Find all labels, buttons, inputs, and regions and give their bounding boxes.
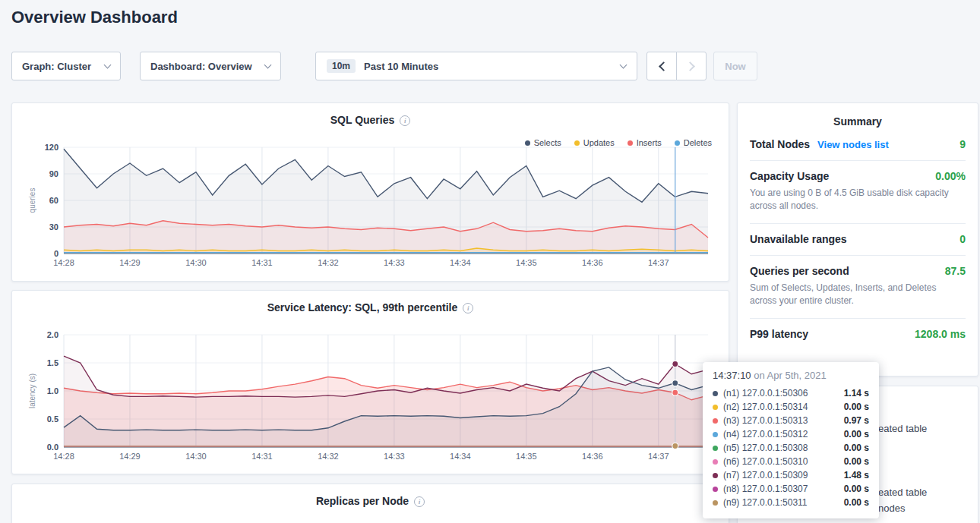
- summary-title: Summary: [738, 103, 978, 129]
- tooltip-node: (n3) 127.0.0.1:50313: [723, 415, 808, 426]
- now-button[interactable]: Now: [713, 52, 757, 80]
- tooltip-row: (n3) 127.0.0.1:503130.97 s: [713, 414, 869, 427]
- svg-text:14:32: 14:32: [318, 258, 339, 267]
- svg-text:14:36: 14:36: [582, 452, 603, 461]
- node-color-dot-icon: [713, 391, 718, 396]
- time-range-select[interactable]: 10m Past 10 Minutes: [315, 52, 637, 80]
- summary-description: You are using 0 B of 4.5 GiB usable disk…: [750, 187, 966, 213]
- node-color-dot-icon: [713, 446, 718, 451]
- svg-text:14:29: 14:29: [119, 452, 141, 461]
- tooltip-node: (n4) 127.0.0.1:50312: [723, 429, 808, 440]
- svg-text:0: 0: [54, 249, 58, 258]
- info-icon[interactable]: i: [463, 303, 473, 313]
- svg-text:60: 60: [49, 196, 58, 205]
- svg-text:90: 90: [49, 169, 58, 178]
- event-item[interactable]: eated table: [878, 487, 927, 498]
- summary-label: Queries per second: [750, 265, 849, 277]
- node-color-dot-icon: [713, 487, 718, 492]
- tooltip-rows: (n1) 127.0.0.1:503061.14 s(n2) 127.0.0.1…: [713, 386, 869, 509]
- summary-value: 0.00%: [935, 170, 966, 182]
- svg-text:14:37: 14:37: [648, 452, 669, 461]
- tooltip-value: 0.00 s: [844, 443, 869, 453]
- tooltip-time: 14:37:10: [713, 370, 751, 381]
- tooltip-value: 0.00 s: [844, 456, 869, 467]
- summary-label: Unavailable ranges: [750, 233, 847, 245]
- node-color-dot-icon: [713, 405, 718, 410]
- tooltip-value: 1.48 s: [844, 470, 869, 480]
- info-icon[interactable]: i: [414, 496, 425, 507]
- graph-dropdown[interactable]: Graph: Cluster: [11, 52, 121, 80]
- summary-row-p99-latency: P99 latency 1208.0 ms: [750, 319, 966, 350]
- svg-text:14:35: 14:35: [516, 452, 537, 461]
- chevron-right-icon: [685, 61, 695, 71]
- view-nodes-list-link[interactable]: View nodes list: [817, 139, 889, 150]
- dashboard-dropdown-label: Dashboard: Overview: [150, 61, 252, 72]
- svg-text:0.0: 0.0: [47, 443, 58, 452]
- tooltip-value: 0.00 s: [844, 429, 869, 440]
- sql-queries-chart[interactable]: 030609012014:2814:2914:3014:3114:3214:33…: [21, 141, 720, 273]
- tooltip-row: (n6) 127.0.0.1:503100.00 s: [713, 455, 869, 468]
- tooltip-value: 0.00 s: [844, 497, 869, 508]
- tooltip-node: (n7) 127.0.0.1:50309: [723, 470, 808, 480]
- svg-text:14:29: 14:29: [119, 258, 141, 267]
- node-color-dot-icon: [713, 473, 718, 478]
- svg-text:14:33: 14:33: [384, 452, 405, 461]
- time-prev-button[interactable]: [646, 52, 677, 80]
- dashboard-dropdown[interactable]: Dashboard: Overview: [140, 52, 281, 80]
- node-color-dot-icon: [713, 418, 718, 424]
- time-next-button[interactable]: [676, 52, 707, 80]
- tooltip-node: (n5) 127.0.0.1:50308: [723, 443, 808, 453]
- chart-title-text: Service Latency: SQL, 99th percentile: [267, 301, 458, 313]
- summary-row-unavailable-ranges: Unavailable ranges 0: [750, 224, 966, 256]
- summary-value: 9: [959, 138, 966, 150]
- svg-text:1.5: 1.5: [47, 358, 58, 367]
- tooltip-row: (n5) 127.0.0.1:503080.00 s: [713, 441, 869, 455]
- svg-text:0.5: 0.5: [47, 414, 58, 424]
- svg-text:14:35: 14:35: [516, 258, 537, 267]
- summary-value: 0: [959, 233, 966, 245]
- tooltip-row: (n8) 127.0.0.1:503070.00 s: [713, 482, 869, 496]
- event-item[interactable]: eated table: [878, 423, 927, 434]
- svg-text:14:33: 14:33: [384, 258, 405, 267]
- svg-text:14:36: 14:36: [582, 258, 603, 267]
- tooltip-timestamp: 14:37:10 on Apr 5th, 2021: [713, 370, 869, 381]
- summary-row-total-nodes: Total Nodes View nodes list 9: [750, 129, 966, 161]
- tooltip-value: 0.97 s: [844, 415, 869, 426]
- service-latency-panel: Service Latency: SQL, 99th percentilei l…: [11, 290, 729, 474]
- node-color-dot-icon: [713, 459, 718, 465]
- event-item[interactable]: nodes: [878, 503, 905, 514]
- tooltip-node: (n2) 127.0.0.1:50314: [723, 402, 808, 412]
- svg-text:14:31: 14:31: [251, 452, 273, 461]
- info-icon[interactable]: i: [400, 115, 410, 126]
- chevron-down-icon: [104, 61, 112, 69]
- svg-text:14:34: 14:34: [450, 258, 471, 267]
- svg-text:14:31: 14:31: [251, 258, 273, 267]
- svg-text:14:30: 14:30: [185, 452, 207, 461]
- svg-text:14:34: 14:34: [450, 452, 471, 461]
- tooltip-row: (n7) 127.0.0.1:503091.48 s: [713, 468, 869, 482]
- chevron-down-icon: [620, 61, 628, 69]
- page-title: Overview Dashboard: [11, 8, 178, 27]
- tooltip-node: (n6) 127.0.0.1:50310: [723, 456, 808, 467]
- chart-title-text: Replicas per Node: [316, 495, 409, 507]
- node-color-dot-icon: [713, 432, 718, 437]
- tooltip-row: (n2) 127.0.0.1:503140.00 s: [713, 400, 869, 414]
- svg-text:1.0: 1.0: [47, 386, 58, 395]
- svg-text:14:30: 14:30: [185, 258, 207, 267]
- time-range-label: Past 10 Minutes: [364, 61, 438, 72]
- service-latency-chart[interactable]: 0.00.51.01.52.014:2814:2914:3014:3114:32…: [21, 329, 720, 467]
- summary-row-queries-per-second: Queries per second 87.5 Sum of Selects, …: [750, 256, 966, 319]
- summary-label: P99 latency: [750, 328, 808, 340]
- chart-hover-tooltip: 14:37:10 on Apr 5th, 2021 (n1) 127.0.0.1…: [703, 362, 879, 518]
- tooltip-row: (n9) 127.0.0.1:503110.00 s: [713, 496, 869, 509]
- tooltip-node: (n9) 127.0.0.1:50311: [723, 497, 808, 508]
- tooltip-value: 0.00 s: [844, 484, 869, 494]
- tooltip-value: 1.14 s: [844, 388, 869, 399]
- tooltip-row: (n1) 127.0.0.1:503061.14 s: [713, 386, 869, 400]
- summary-description: Sum of Selects, Updates, Inserts, and De…: [750, 282, 966, 308]
- chevron-left-icon: [659, 61, 669, 71]
- chart-title-text: SQL Queries: [330, 114, 395, 126]
- svg-text:14:28: 14:28: [53, 452, 74, 461]
- svg-text:14:32: 14:32: [318, 452, 339, 461]
- svg-text:2.0: 2.0: [47, 330, 58, 339]
